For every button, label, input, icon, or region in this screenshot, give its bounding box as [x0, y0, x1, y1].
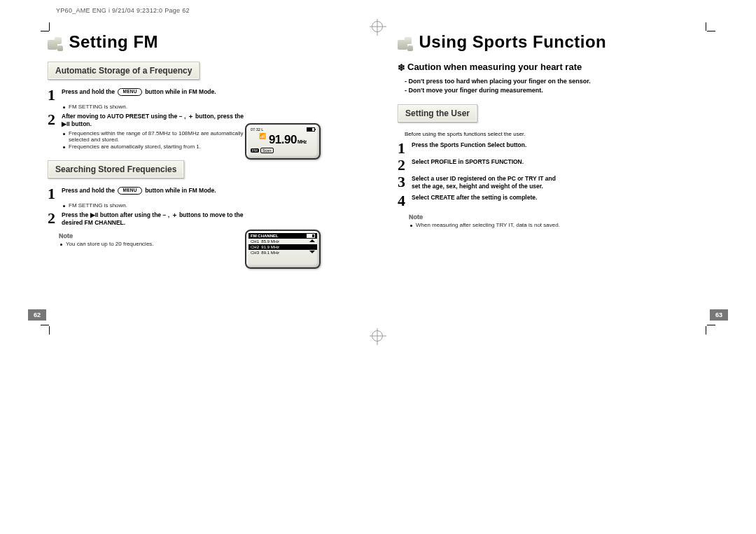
antenna-icon: 📶	[259, 133, 266, 139]
step-r4: 4 Select CREATE after the setting is com…	[398, 194, 559, 208]
title-ornament	[48, 37, 63, 52]
crop-mark	[707, 325, 715, 325]
bullet: FM SETTING is shown.	[63, 202, 252, 209]
lcd-fm-display: 07:32 L 📶 91.90MHz FMScan	[245, 123, 321, 160]
note-label: Note	[409, 213, 708, 220]
step-2b: 2 Press the ▶II button after using the −…	[48, 211, 251, 227]
print-header: YP60_AME ENG i 9/21/04 9:2312:0 Page 62	[28, 7, 728, 14]
page-number: 63	[710, 309, 728, 321]
up-arrow-icon	[309, 239, 315, 242]
page-number: 62	[28, 309, 46, 321]
step-r1: 1 Press the Sports Function Select butto…	[398, 141, 559, 155]
battery-icon	[307, 127, 315, 132]
bullet: FM SETTING is shown.	[63, 104, 252, 110]
step-r2: 2 Select PROFILE in SPORTS FUNCTION.	[398, 158, 559, 172]
menu-button-icon: MENU	[118, 88, 141, 96]
battery-icon	[307, 234, 315, 238]
title-ornament	[398, 37, 413, 52]
step-1b: 1 Press and hold the MENU button while i…	[48, 187, 251, 201]
step-1: 1 Press and hold the MENU button while i…	[48, 88, 251, 102]
intro-text: Before using the sports functions select…	[405, 131, 708, 137]
page-title: Using Sports Function	[398, 32, 708, 62]
minus-plus-icon: − , ＋	[162, 211, 178, 218]
page-title: Setting FM	[48, 32, 358, 62]
registration-mark	[372, 330, 383, 342]
manual-spread: YP60_AME ENG i 9/21/04 9:2312:0 Page 62 …	[28, 7, 728, 350]
crop-mark	[706, 326, 706, 335]
page-right: Using Sports Function ❄Caution when meas…	[378, 18, 728, 319]
bullet: Frequencies are automatically stored, st…	[63, 143, 252, 150]
crop-mark	[41, 325, 49, 325]
crop-mark	[49, 326, 50, 335]
step-2: 2 After moving to AUTO PRESET using the …	[48, 113, 251, 129]
page-left: Setting FM Automatic Storage of a Freque…	[28, 18, 378, 319]
note-text: You can store up to 20 frequencies.	[60, 241, 249, 247]
minus-plus-icon: − , ＋	[179, 113, 195, 120]
section-setting-user: Setting the User	[398, 104, 477, 122]
note-text: When measuring after selecting TRY IT, d…	[410, 222, 571, 228]
down-arrow-icon	[309, 251, 315, 253]
page-title-text: Using Sports Function	[419, 32, 606, 52]
caution-heading: ❄Caution when measuring your heart rate	[398, 62, 708, 73]
menu-button-icon: MENU	[118, 187, 141, 195]
section-search-freq: Searching Stored Frequencies	[48, 160, 184, 178]
bullet: Frequencies within the range of 87.5MHz …	[63, 130, 252, 143]
lcd-channel-list: FM CHANNEL CH1 85.9 MHz CH2 91.9 MHz CH3…	[245, 230, 321, 269]
step-r3: 3 Select a user ID registered on the PC …	[398, 175, 559, 191]
section-auto-storage: Automatic Storage of a Frequency	[48, 62, 200, 80]
snowflake-icon: ❄	[398, 62, 405, 73]
caution-list: Don't press too hard when placing your f…	[405, 77, 708, 94]
page-title-text: Setting FM	[69, 32, 158, 52]
